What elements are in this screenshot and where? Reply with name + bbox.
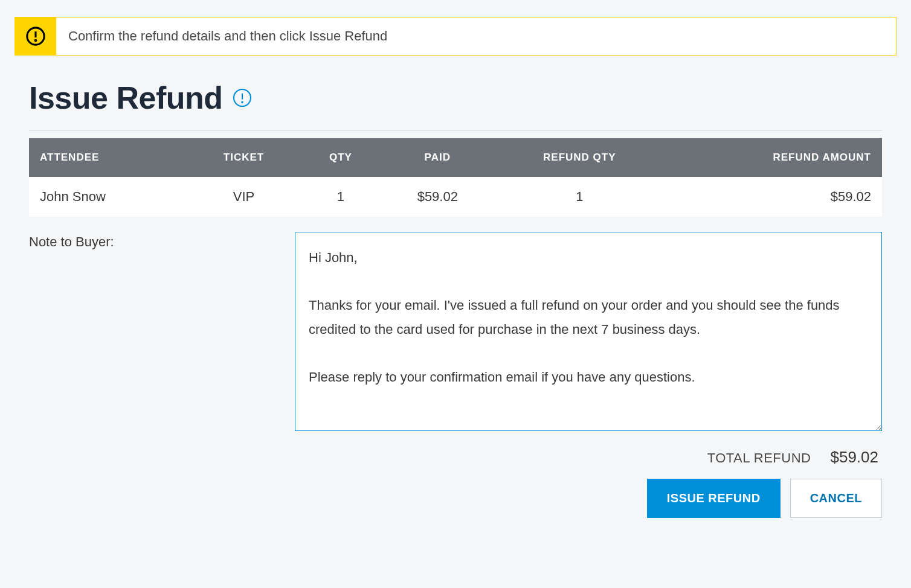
button-row: ISSUE REFUND CANCEL bbox=[29, 479, 882, 518]
page-title-row: Issue Refund bbox=[29, 80, 882, 116]
col-header-qty: QTY bbox=[300, 138, 381, 177]
note-row: Note to Buyer: bbox=[29, 232, 882, 431]
table-row: John Snow VIP 1 $59.02 1 $59.02 bbox=[29, 177, 882, 217]
divider bbox=[29, 130, 882, 131]
cell-qty: 1 bbox=[300, 177, 381, 217]
svg-point-2 bbox=[35, 40, 36, 41]
cancel-button[interactable]: CANCEL bbox=[790, 479, 882, 518]
page-title: Issue Refund bbox=[29, 80, 223, 116]
alert-message: Confirm the refund details and then clic… bbox=[56, 18, 399, 55]
col-header-refund-qty: REFUND QTY bbox=[494, 138, 665, 177]
refund-table: ATTENDEE TICKET QTY PAID REFUND QTY REFU… bbox=[29, 138, 882, 217]
note-label: Note to Buyer: bbox=[29, 232, 283, 431]
content: Issue Refund ATTENDEE TICKET QTY PAID RE… bbox=[14, 80, 897, 518]
col-header-ticket: TICKET bbox=[187, 138, 300, 177]
col-header-paid: PAID bbox=[381, 138, 494, 177]
total-row: TOTAL REFUND $59.02 bbox=[29, 448, 882, 467]
warning-icon bbox=[25, 26, 46, 46]
issue-refund-button[interactable]: ISSUE REFUND bbox=[647, 479, 781, 518]
total-amount: $59.02 bbox=[830, 448, 878, 467]
alert-icon-box bbox=[15, 18, 56, 55]
note-to-buyer-textarea[interactable] bbox=[295, 232, 882, 431]
svg-point-5 bbox=[242, 102, 243, 103]
col-header-refund-amount: REFUND AMOUNT bbox=[665, 138, 882, 177]
col-header-attendee: ATTENDEE bbox=[29, 138, 187, 177]
cell-refund-amount: $59.02 bbox=[665, 177, 882, 217]
alert-banner: Confirm the refund details and then clic… bbox=[14, 17, 897, 56]
cell-paid: $59.02 bbox=[381, 177, 494, 217]
cell-attendee: John Snow bbox=[29, 177, 187, 217]
total-label: TOTAL REFUND bbox=[707, 450, 811, 466]
cell-refund-qty: 1 bbox=[494, 177, 665, 217]
help-icon[interactable] bbox=[233, 88, 252, 107]
table-header-row: ATTENDEE TICKET QTY PAID REFUND QTY REFU… bbox=[29, 138, 882, 177]
cell-ticket: VIP bbox=[187, 177, 300, 217]
